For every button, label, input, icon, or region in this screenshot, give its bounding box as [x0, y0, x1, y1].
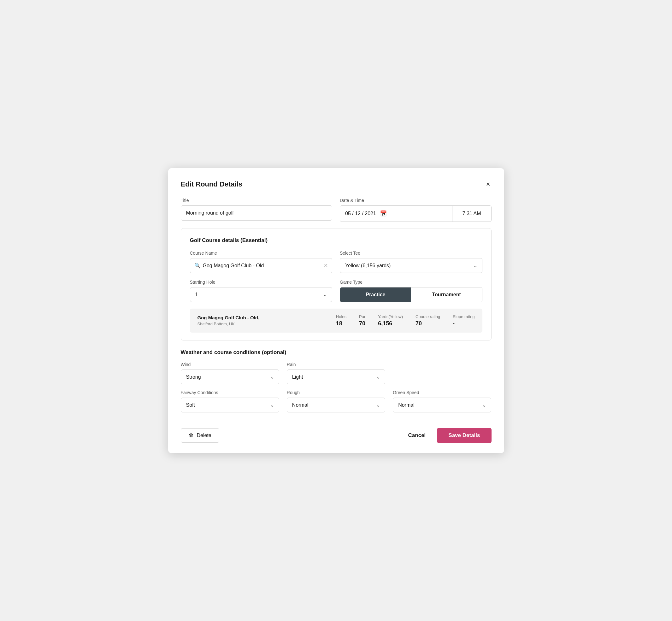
game-type-toggle: Practice Tournament — [340, 287, 482, 302]
slope-rating-value: - — [453, 320, 455, 327]
weather-title: Weather and course conditions (optional) — [181, 349, 492, 356]
fairway-wrapper: SoftNormalHard ⌄ — [181, 398, 279, 412]
fairway-rough-green-row: Fairway Conditions SoftNormalHard ⌄ Roug… — [181, 390, 492, 412]
starting-hole-group: Starting Hole 1234 5678 910 ⌄ — [190, 280, 333, 302]
course-name-label: Course Name — [190, 251, 333, 256]
rough-label: Rough — [287, 390, 385, 395]
course-info-location: Shelford Bottom, UK — [198, 322, 336, 326]
footer-row: 🗑 Delete Cancel Save Details — [181, 428, 492, 443]
course-name-input[interactable] — [190, 258, 333, 273]
course-info-bar: Gog Magog Golf Club - Old, Shelford Bott… — [190, 308, 482, 333]
modal-header: Edit Round Details × — [181, 179, 492, 189]
delete-button[interactable]: 🗑 Delete — [181, 428, 219, 443]
course-info-name: Gog Magog Golf Club - Old, — [198, 315, 336, 320]
game-type-label: Game Type — [340, 280, 482, 285]
clear-icon[interactable]: ✕ — [324, 262, 328, 268]
course-stats: Holes 18 Par 70 Yards(Yellow) 6,156 Cour… — [336, 314, 475, 327]
rain-wrapper: NoneLightMediumHeavy ⌄ — [287, 370, 385, 384]
time-field[interactable]: 7:31 AM — [452, 206, 491, 221]
practice-button[interactable]: Practice — [340, 287, 411, 302]
title-row: Title Date & Time 05 / 12 / 2021 📅 7:31 … — [181, 198, 492, 222]
green-speed-group: Green Speed SlowNormalFast ⌄ — [393, 390, 491, 412]
date-time-wrapper: 05 / 12 / 2021 📅 7:31 AM — [340, 205, 492, 222]
footer-divider — [181, 420, 492, 420]
rough-wrapper: SoftNormalHard ⌄ — [287, 398, 385, 412]
starting-hole-label: Starting Hole — [190, 280, 333, 285]
par-stat: Par 70 — [359, 314, 365, 327]
yards-stat: Yards(Yellow) 6,156 — [378, 314, 403, 327]
holes-stat: Holes 18 — [336, 314, 346, 327]
delete-label: Delete — [197, 432, 211, 438]
golf-section-title: Golf Course details (Essential) — [190, 237, 482, 244]
golf-course-section: Golf Course details (Essential) Course N… — [181, 228, 492, 340]
edit-round-modal: Edit Round Details × Title Date & Time 0… — [168, 168, 504, 453]
par-value: 70 — [359, 320, 365, 327]
time-value: 7:31 AM — [463, 211, 481, 216]
datetime-label: Date & Time — [340, 198, 492, 203]
slope-rating-stat: Slope rating - — [453, 314, 474, 327]
holes-label: Holes — [336, 314, 346, 319]
green-speed-label: Green Speed — [393, 390, 491, 395]
yards-value: 6,156 — [378, 320, 392, 327]
wind-rain-row: Wind NoneLightMediumStrong ⌄ Rain NoneLi… — [181, 362, 492, 384]
select-tee-group: Select Tee Yellow (6,156 yards) White Re… — [340, 251, 482, 273]
title-group: Title — [181, 198, 333, 222]
save-button[interactable]: Save Details — [437, 428, 491, 443]
weather-section: Weather and course conditions (optional)… — [181, 349, 492, 412]
cancel-button[interactable]: Cancel — [406, 428, 428, 443]
starting-hole-wrapper: 1234 5678 910 ⌄ — [190, 287, 333, 302]
fairway-label: Fairway Conditions — [181, 390, 279, 395]
course-tee-row: Course Name 🔍 ✕ Select Tee Yellow (6,156… — [190, 251, 482, 273]
par-label: Par — [359, 314, 365, 319]
rain-group: Rain NoneLightMediumHeavy ⌄ — [287, 362, 385, 384]
wind-wrapper: NoneLightMediumStrong ⌄ — [181, 370, 279, 384]
course-name-wrapper: 🔍 ✕ — [190, 258, 333, 273]
holes-value: 18 — [336, 320, 342, 327]
close-button[interactable]: × — [485, 179, 492, 189]
course-rating-label: Course rating — [416, 314, 440, 319]
trash-icon: 🗑 — [189, 432, 194, 438]
select-tee-label: Select Tee — [340, 251, 482, 256]
modal-title: Edit Round Details — [181, 180, 243, 189]
course-info-name-block: Gog Magog Golf Club - Old, Shelford Bott… — [198, 315, 336, 326]
select-tee-dropdown[interactable]: Yellow (6,156 yards) White Red Blue — [340, 258, 482, 273]
search-icon: 🔍 — [194, 262, 201, 268]
datetime-group: Date & Time 05 / 12 / 2021 📅 7:31 AM — [340, 198, 492, 222]
rain-dropdown[interactable]: NoneLightMediumHeavy — [287, 370, 385, 384]
footer-right: Cancel Save Details — [406, 428, 492, 443]
title-input[interactable] — [181, 205, 333, 220]
tournament-button[interactable]: Tournament — [411, 287, 482, 302]
date-value: 05 / 12 / 2021 — [345, 211, 376, 216]
course-rating-stat: Course rating 70 — [416, 314, 440, 327]
title-label: Title — [181, 198, 333, 203]
rough-dropdown[interactable]: SoftNormalHard — [287, 398, 385, 412]
game-type-group: Game Type Practice Tournament — [340, 280, 482, 302]
select-tee-wrapper: Yellow (6,156 yards) White Red Blue ⌄ — [340, 258, 482, 273]
wind-dropdown[interactable]: NoneLightMediumStrong — [181, 370, 279, 384]
rough-group: Rough SoftNormalHard ⌄ — [287, 390, 385, 412]
slope-rating-label: Slope rating — [453, 314, 474, 319]
fairway-dropdown[interactable]: SoftNormalHard — [181, 398, 279, 412]
rain-label: Rain — [287, 362, 385, 367]
calendar-icon: 📅 — [380, 210, 387, 217]
course-name-group: Course Name 🔍 ✕ — [190, 251, 333, 273]
hole-gametype-row: Starting Hole 1234 5678 910 ⌄ Game Type … — [190, 280, 482, 302]
yards-label: Yards(Yellow) — [378, 314, 403, 319]
course-rating-value: 70 — [416, 320, 422, 327]
date-field[interactable]: 05 / 12 / 2021 📅 — [340, 206, 452, 221]
fairway-group: Fairway Conditions SoftNormalHard ⌄ — [181, 390, 279, 412]
green-speed-dropdown[interactable]: SlowNormalFast — [393, 398, 491, 412]
green-speed-wrapper: SlowNormalFast ⌄ — [393, 398, 491, 412]
starting-hole-dropdown[interactable]: 1234 5678 910 — [190, 287, 333, 302]
wind-group: Wind NoneLightMediumStrong ⌄ — [181, 362, 279, 384]
wind-label: Wind — [181, 362, 279, 367]
